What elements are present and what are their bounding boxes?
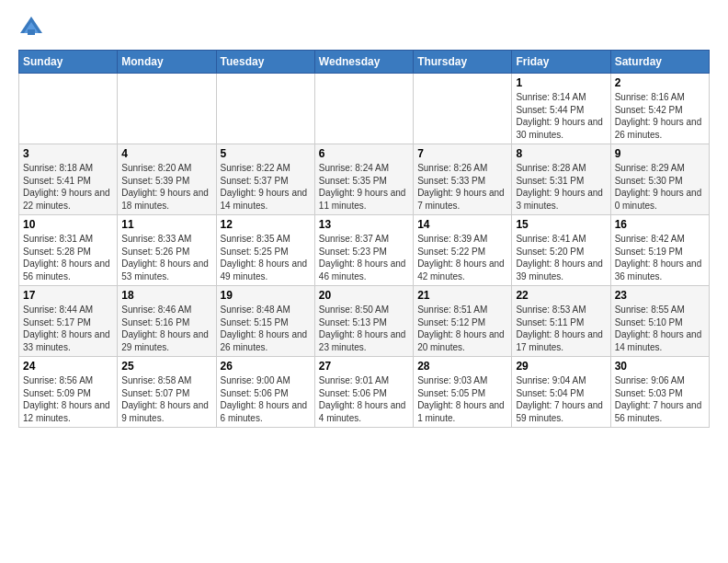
calendar-cell: 23Sunrise: 8:55 AM Sunset: 5:10 PM Dayli…: [610, 286, 709, 357]
calendar-cell: [314, 74, 413, 144]
day-info: Sunrise: 9:04 AM Sunset: 5:04 PM Dayligh…: [516, 374, 606, 424]
calendar-cell: 21Sunrise: 8:51 AM Sunset: 5:12 PM Dayli…: [414, 286, 512, 357]
day-info: Sunrise: 8:37 AM Sunset: 5:23 PM Dayligh…: [319, 233, 409, 282]
calendar-cell: 9Sunrise: 8:29 AM Sunset: 5:30 PM Daylig…: [610, 144, 709, 215]
calendar-cell: 28Sunrise: 9:03 AM Sunset: 5:05 PM Dayli…: [414, 357, 512, 428]
day-info: Sunrise: 9:03 AM Sunset: 5:05 PM Dayligh…: [417, 374, 507, 424]
day-info: Sunrise: 8:24 AM Sunset: 5:35 PM Dayligh…: [319, 162, 409, 212]
calendar-cell: 29Sunrise: 9:04 AM Sunset: 5:04 PM Dayli…: [512, 357, 610, 428]
calendar-cell: [118, 74, 216, 144]
day-number: 20: [319, 289, 409, 302]
day-number: 7: [417, 147, 507, 160]
day-info: Sunrise: 9:01 AM Sunset: 5:06 PM Dayligh…: [319, 374, 409, 424]
day-number: 29: [516, 360, 606, 373]
day-info: Sunrise: 8:39 AM Sunset: 5:22 PM Dayligh…: [417, 233, 507, 282]
day-info: Sunrise: 8:22 AM Sunset: 5:37 PM Dayligh…: [221, 162, 311, 212]
day-number: 12: [221, 218, 311, 231]
day-number: 19: [221, 289, 311, 302]
day-info: Sunrise: 8:35 AM Sunset: 5:25 PM Dayligh…: [221, 233, 311, 282]
day-number: 18: [121, 289, 211, 302]
day-number: 5: [221, 147, 311, 160]
calendar-cell: 2Sunrise: 8:16 AM Sunset: 5:42 PM Daylig…: [610, 74, 709, 144]
day-info: Sunrise: 8:51 AM Sunset: 5:12 PM Dayligh…: [417, 304, 507, 353]
calendar-page: SundayMondayTuesdayWednesdayThursdayFrid…: [0, 0, 728, 437]
calendar-cell: 26Sunrise: 9:00 AM Sunset: 5:06 PM Dayli…: [216, 357, 314, 428]
calendar-cell: 4Sunrise: 8:20 AM Sunset: 5:39 PM Daylig…: [118, 144, 216, 215]
weekday-header-wednesday: Wednesday: [314, 51, 413, 74]
day-info: Sunrise: 8:31 AM Sunset: 5:28 PM Dayligh…: [23, 233, 113, 282]
day-number: 4: [121, 147, 211, 160]
day-number: 2: [615, 76, 705, 89]
weekday-header-monday: Monday: [118, 51, 216, 74]
day-info: Sunrise: 8:56 AM Sunset: 5:09 PM Dayligh…: [23, 374, 113, 424]
day-info: Sunrise: 9:06 AM Sunset: 5:03 PM Dayligh…: [615, 374, 705, 424]
calendar-cell: 12Sunrise: 8:35 AM Sunset: 5:25 PM Dayli…: [216, 215, 314, 286]
calendar-cell: 7Sunrise: 8:26 AM Sunset: 5:33 PM Daylig…: [414, 144, 512, 215]
day-info: Sunrise: 8:28 AM Sunset: 5:31 PM Dayligh…: [516, 162, 606, 212]
day-number: 17: [23, 289, 113, 302]
day-info: Sunrise: 8:42 AM Sunset: 5:19 PM Dayligh…: [615, 233, 705, 282]
day-info: Sunrise: 8:53 AM Sunset: 5:11 PM Dayligh…: [516, 304, 606, 353]
weekday-header-tuesday: Tuesday: [216, 51, 314, 74]
day-info: Sunrise: 8:33 AM Sunset: 5:26 PM Dayligh…: [121, 233, 211, 282]
calendar-week-row: 10Sunrise: 8:31 AM Sunset: 5:28 PM Dayli…: [19, 215, 710, 286]
day-info: Sunrise: 8:46 AM Sunset: 5:16 PM Dayligh…: [121, 304, 211, 353]
weekday-header-row: SundayMondayTuesdayWednesdayThursdayFrid…: [19, 51, 710, 74]
day-number: 1: [516, 76, 606, 89]
day-info: Sunrise: 8:50 AM Sunset: 5:13 PM Dayligh…: [319, 304, 409, 353]
weekday-header-thursday: Thursday: [414, 51, 512, 74]
day-info: Sunrise: 8:18 AM Sunset: 5:41 PM Dayligh…: [23, 162, 113, 212]
calendar-cell: 15Sunrise: 8:41 AM Sunset: 5:20 PM Dayli…: [512, 215, 610, 286]
calendar-cell: 16Sunrise: 8:42 AM Sunset: 5:19 PM Dayli…: [610, 215, 709, 286]
calendar-cell: 14Sunrise: 8:39 AM Sunset: 5:22 PM Dayli…: [414, 215, 512, 286]
day-info: Sunrise: 8:41 AM Sunset: 5:20 PM Dayligh…: [516, 233, 606, 282]
day-number: 15: [516, 218, 606, 231]
calendar-cell: 20Sunrise: 8:50 AM Sunset: 5:13 PM Dayli…: [314, 286, 413, 357]
day-number: 24: [23, 360, 113, 373]
calendar-cell: 8Sunrise: 8:28 AM Sunset: 5:31 PM Daylig…: [512, 144, 610, 215]
day-number: 9: [615, 147, 705, 160]
day-number: 21: [417, 289, 507, 302]
day-number: 10: [23, 218, 113, 231]
day-number: 16: [615, 218, 705, 231]
day-info: Sunrise: 8:20 AM Sunset: 5:39 PM Dayligh…: [121, 162, 211, 212]
calendar-cell: 22Sunrise: 8:53 AM Sunset: 5:11 PM Dayli…: [512, 286, 610, 357]
calendar-cell: 18Sunrise: 8:46 AM Sunset: 5:16 PM Dayli…: [118, 286, 216, 357]
calendar-cell: 10Sunrise: 8:31 AM Sunset: 5:28 PM Dayli…: [19, 215, 118, 286]
logo: [18, 15, 48, 40]
day-number: 28: [417, 360, 507, 373]
calendar-cell: 6Sunrise: 8:24 AM Sunset: 5:35 PM Daylig…: [314, 144, 413, 215]
weekday-header-saturday: Saturday: [610, 51, 709, 74]
day-info: Sunrise: 8:55 AM Sunset: 5:10 PM Dayligh…: [615, 304, 705, 353]
weekday-header-friday: Friday: [512, 51, 610, 74]
day-number: 3: [23, 147, 113, 160]
calendar-cell: 25Sunrise: 8:58 AM Sunset: 5:07 PM Dayli…: [118, 357, 216, 428]
calendar-cell: 11Sunrise: 8:33 AM Sunset: 5:26 PM Dayli…: [118, 215, 216, 286]
calendar-cell: 19Sunrise: 8:48 AM Sunset: 5:15 PM Dayli…: [216, 286, 314, 357]
calendar-table: SundayMondayTuesdayWednesdayThursdayFrid…: [18, 50, 710, 428]
calendar-week-row: 17Sunrise: 8:44 AM Sunset: 5:17 PM Dayli…: [19, 286, 710, 357]
day-number: 8: [516, 147, 606, 160]
day-number: 11: [121, 218, 211, 231]
day-number: 30: [615, 360, 705, 373]
calendar-cell: 17Sunrise: 8:44 AM Sunset: 5:17 PM Dayli…: [19, 286, 118, 357]
day-info: Sunrise: 8:58 AM Sunset: 5:07 PM Dayligh…: [121, 374, 211, 424]
calendar-cell: 13Sunrise: 8:37 AM Sunset: 5:23 PM Dayli…: [314, 215, 413, 286]
svg-rect-2: [28, 29, 35, 35]
day-number: 22: [516, 289, 606, 302]
day-info: Sunrise: 8:14 AM Sunset: 5:44 PM Dayligh…: [516, 91, 606, 141]
calendar-cell: 24Sunrise: 8:56 AM Sunset: 5:09 PM Dayli…: [19, 357, 118, 428]
day-number: 27: [319, 360, 409, 373]
day-number: 26: [221, 360, 311, 373]
day-info: Sunrise: 9:00 AM Sunset: 5:06 PM Dayligh…: [221, 374, 311, 424]
calendar-cell: 30Sunrise: 9:06 AM Sunset: 5:03 PM Dayli…: [610, 357, 709, 428]
weekday-header-sunday: Sunday: [19, 51, 118, 74]
logo-icon: [18, 15, 44, 40]
day-number: 13: [319, 218, 409, 231]
day-info: Sunrise: 8:48 AM Sunset: 5:15 PM Dayligh…: [221, 304, 311, 353]
calendar-cell: [216, 74, 314, 144]
day-number: 6: [319, 147, 409, 160]
calendar-cell: 3Sunrise: 8:18 AM Sunset: 5:41 PM Daylig…: [19, 144, 118, 215]
calendar-cell: [19, 74, 118, 144]
calendar-cell: 5Sunrise: 8:22 AM Sunset: 5:37 PM Daylig…: [216, 144, 314, 215]
